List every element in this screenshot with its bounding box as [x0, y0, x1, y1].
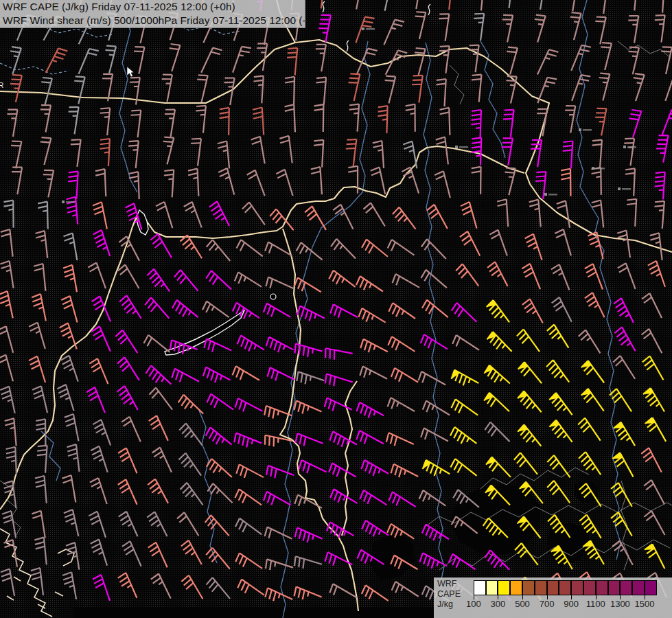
wind-barb	[253, 76, 263, 103]
wind-barb	[502, 0, 513, 8]
wind-barb	[61, 356, 78, 382]
wind-barb	[388, 398, 415, 411]
wind-barb	[362, 585, 389, 601]
wind-barb	[486, 457, 511, 477]
lake-outline	[270, 294, 276, 299]
wind-barb	[235, 489, 262, 505]
wind-barb	[393, 274, 419, 288]
wind-barb	[299, 460, 327, 473]
coastline	[55, 592, 63, 596]
wind-barb	[422, 300, 448, 317]
city-marker	[455, 146, 468, 148]
wind-barb	[472, 137, 481, 165]
wind-barb-layer	[0, 0, 672, 601]
wind-barb	[265, 527, 292, 539]
wind-barb	[487, 300, 509, 322]
wind-barb	[204, 339, 231, 352]
wind-barb	[505, 168, 515, 195]
wind-barb	[460, 231, 480, 256]
wind-barb	[179, 423, 202, 445]
wind-barb	[188, 169, 198, 196]
wind-barb	[265, 588, 292, 601]
legend-cell	[522, 580, 535, 595]
wind-barb	[206, 548, 230, 569]
legend-cell	[474, 580, 486, 595]
wind-barb	[0, 326, 13, 353]
wind-barb	[348, 166, 358, 194]
wind-barb	[1, 569, 14, 595]
wind-barb	[610, 389, 632, 411]
wind-barb	[484, 393, 509, 411]
wind-barb	[592, 168, 601, 195]
wind-barb	[74, 76, 84, 104]
wind-barb	[203, 367, 231, 383]
wind-barb	[329, 584, 356, 597]
legend-cell	[632, 580, 645, 595]
wind-barb	[235, 553, 262, 568]
wind-barb	[450, 459, 476, 476]
legend-cell	[559, 580, 571, 595]
wind-barb	[360, 339, 388, 352]
wind-barb	[118, 573, 137, 598]
wind-barb	[119, 512, 138, 537]
wind-barb	[206, 427, 232, 444]
country-border-line	[0, 242, 128, 510]
wind-barb	[655, 15, 665, 43]
wind-barb	[654, 0, 664, 13]
wind-barb	[174, 270, 198, 291]
map-symbol	[323, 1, 325, 12]
wind-barb	[406, 104, 415, 132]
wind-barb	[89, 358, 108, 384]
wind-barb	[38, 202, 48, 229]
wind-barb	[163, 137, 174, 165]
wind-barb	[613, 356, 635, 379]
river-line	[281, 41, 370, 618]
wind-barb	[371, 168, 385, 194]
legend-tick-label: 1100	[586, 599, 605, 609]
wind-barb	[63, 265, 77, 292]
wind-barb	[41, 78, 52, 105]
wind-barb	[102, 74, 113, 101]
wind-barb	[206, 577, 230, 599]
wind-barb	[522, 299, 543, 323]
legend-cell	[461, 580, 474, 595]
wind-barb	[162, 75, 172, 102]
wind-barb	[118, 264, 139, 288]
wind-barb	[436, 137, 448, 165]
wind-barb	[0, 291, 13, 318]
wind-barb	[330, 489, 357, 503]
wind-barb	[419, 490, 446, 506]
wind-barb	[29, 323, 45, 349]
wind-barb	[617, 230, 630, 258]
wind-barb	[654, 172, 664, 200]
wind-barb	[247, 170, 265, 196]
wind-barb	[525, 234, 542, 260]
wind-barb	[65, 414, 79, 441]
wind-barb	[517, 330, 540, 352]
wind-barb	[149, 388, 172, 410]
wind-barb	[207, 394, 233, 410]
wind-barb	[552, 297, 572, 322]
wind-barb	[502, 15, 513, 43]
wind-barb	[1, 229, 13, 257]
wind-barb	[487, 332, 512, 352]
wind-barb	[452, 303, 477, 322]
legend-cell	[583, 580, 596, 595]
wind-barb	[172, 369, 199, 382]
wind-barb	[209, 201, 229, 226]
county-border-line	[618, 41, 671, 58]
wind-barb	[549, 393, 572, 415]
wind-barb	[645, 417, 666, 442]
cape-legend: WRF CAPE J/kg 10030050070090011001300150…	[434, 577, 672, 618]
title-line-cape: WRF CAPE (J/kg) Friday 07-11-2025 12:00 …	[3, 0, 305, 14]
wind-barb	[534, 0, 544, 10]
wind-barb	[507, 47, 518, 75]
wind-barb	[11, 141, 21, 169]
wind-barb	[614, 327, 635, 351]
wind-barb	[489, 230, 507, 256]
wind-barb	[68, 172, 78, 199]
wind-barb	[7, 110, 17, 137]
wind-barb	[218, 141, 229, 169]
wind-barb	[93, 575, 110, 601]
wind-barb	[12, 168, 22, 194]
